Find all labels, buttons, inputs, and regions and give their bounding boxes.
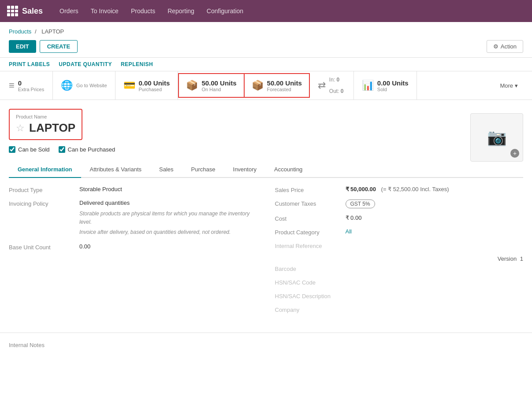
extra-prices-label: Extra Prices (18, 87, 44, 92)
breadcrumb-parent[interactable]: Products (9, 28, 31, 35)
gst-badge[interactable]: GST 5% (346, 200, 375, 208)
stat-units-purchased[interactable]: 💳 0.00 Units Purchased (115, 71, 179, 100)
sold-icon: 📊 (362, 80, 374, 91)
gear-icon: ⚙ (493, 43, 499, 50)
form-right-column: Sales Price ₹ 50,000.00 (= ₹ 52,500.00 I… (275, 186, 524, 319)
internal-reference-row: Internal Reference (275, 242, 524, 249)
on-hand-num: 50.00 Units (201, 79, 236, 87)
replenish-link[interactable]: REPLENISH (121, 61, 153, 67)
version-value: 1 (520, 255, 523, 262)
customer-taxes-row: Customer Taxes GST 5% (275, 200, 524, 208)
hsn-sac-description-row: HSN/SAC Description (275, 292, 524, 299)
cost-value: ₹ 0.00 (346, 214, 524, 221)
customer-taxes-label: Customer Taxes (275, 200, 346, 207)
top-navigation: Sales Orders To Invoice Products Reporti… (0, 0, 532, 22)
product-type-label: Product Type (9, 186, 79, 193)
invoicing-policy-row: Invoicing Policy Delivered quantities St… (9, 200, 257, 237)
cost-label: Cost (275, 214, 346, 222)
tab-purchase[interactable]: Purchase (182, 162, 224, 178)
edit-button[interactable]: EDIT (9, 40, 36, 53)
purchased-label: Purchased (139, 87, 170, 92)
update-quantity-link[interactable]: UPDATE QUANTITY (59, 61, 112, 67)
storable-note-2: Invoice after delivery, based on quantit… (79, 228, 257, 237)
favorite-star-icon[interactable]: ☆ (16, 122, 25, 134)
general-info-content: Product Type Storable Product Invoicing … (9, 186, 523, 319)
sales-price-incl: (= ₹ 52,500.00 Incl. Taxes) (381, 186, 449, 192)
cost-row: Cost ₹ 0.00 (275, 214, 524, 222)
purchased-num: 0.00 Units (139, 79, 170, 87)
product-type-row: Product Type Storable Product (9, 186, 257, 193)
internal-notes-label: Internal Notes (9, 342, 523, 348)
website-label: Go to Website (76, 83, 107, 88)
base-unit-count-row: Base Unit Count 0.00 (9, 243, 257, 251)
tab-inventory[interactable]: Inventory (224, 162, 265, 178)
base-unit-count-label: Base Unit Count (9, 243, 79, 251)
purchase-icon: 💳 (123, 80, 135, 91)
out-label: Out: 0 (329, 88, 344, 94)
base-unit-count-value: 0.00 (79, 243, 257, 250)
stat-go-to-website[interactable]: 🌐 Go to Website (53, 71, 115, 100)
chevron-down-icon: ▾ (515, 82, 518, 89)
in-label: In: 0 (329, 77, 344, 83)
tab-attributes-variants[interactable]: Attributes & Variants (81, 162, 151, 178)
tab-general-information[interactable]: General Information (9, 162, 81, 178)
hsn-sac-code-label: HSN/SAC Code (275, 278, 346, 286)
can-be-purchased-checkbox[interactable]: Can be Purchased (59, 146, 115, 153)
stat-extra-prices[interactable]: ≡ 0 Extra Prices (9, 71, 53, 100)
product-form: Product Name ☆ LAPTOP Can be Sold Can be… (0, 100, 532, 328)
sold-label: Sold (377, 87, 409, 92)
product-title: LAPTOP (29, 121, 75, 135)
print-labels-link[interactable]: PRINT LABELS (9, 61, 50, 67)
barcode-label: Barcode (275, 265, 346, 272)
form-left-column: Product Type Storable Product Invoicing … (9, 186, 257, 319)
sold-num: 0.00 Units (377, 79, 409, 87)
product-type-value: Storable Product (79, 186, 257, 192)
transfer-icon: ⇄ (318, 80, 326, 91)
stat-units-sold[interactable]: 📊 0.00 Units Sold (354, 71, 417, 100)
breadcrumb: Products / LAPTOP (0, 22, 532, 37)
version-label: Version (498, 255, 517, 262)
product-category-label: Product Category (275, 228, 346, 236)
extra-prices-num: 0 (18, 79, 44, 87)
sales-price-label: Sales Price (275, 186, 346, 193)
action-bar-left: EDIT CREATE (9, 40, 78, 53)
action-button[interactable]: ⚙ Action (487, 40, 523, 53)
stat-units-forecasted[interactable]: 📦 50.00 Units Forecasted (245, 73, 310, 98)
tab-accounting[interactable]: Accounting (265, 162, 311, 178)
can-be-sold-checkbox[interactable]: Can be Sold (9, 146, 50, 153)
nav-to-invoice[interactable]: To Invoice (85, 0, 125, 22)
product-image[interactable]: 📷 + (470, 113, 523, 162)
tab-bar: General Information Attributes & Variant… (9, 162, 523, 178)
list-icon: ≡ (9, 80, 15, 91)
tab-sales[interactable]: Sales (150, 162, 182, 178)
secondary-nav: PRINT LABELS UPDATE QUANTITY REPLENISH (0, 57, 532, 71)
sales-price-value: ₹ 50,000.00 (346, 186, 376, 192)
nav-configuration[interactable]: Configuration (201, 0, 249, 22)
stat-units-on-hand[interactable]: 📦 50.00 Units On Hand (178, 73, 244, 98)
sales-price-row: Sales Price ₹ 50,000.00 (= ₹ 52,500.00 I… (275, 186, 524, 193)
brand-label: Sales (22, 7, 43, 16)
create-button[interactable]: CREATE (40, 40, 78, 53)
internal-notes-section: Internal Notes (0, 333, 532, 361)
internal-reference-label: Internal Reference (275, 242, 346, 249)
product-category-value[interactable]: All (346, 228, 352, 235)
nav-reporting[interactable]: Reporting (161, 0, 201, 22)
product-name-label: Product Name (16, 114, 75, 119)
invoicing-policy-value: Delivered quantities (79, 200, 257, 206)
action-bar: EDIT CREATE ⚙ Action (0, 37, 532, 57)
nav-orders[interactable]: Orders (53, 0, 85, 22)
stat-in-out[interactable]: ⇄ In: 0 Out: 0 (310, 71, 354, 100)
breadcrumb-current: LAPTOP (41, 28, 64, 35)
on-hand-label: On Hand (201, 87, 236, 92)
invoicing-policy-label: Invoicing Policy (9, 200, 79, 207)
company-row: Company (275, 306, 524, 313)
app-grid-icon[interactable] (7, 6, 18, 16)
hsn-sac-code-row: HSN/SAC Code (275, 278, 524, 286)
more-button[interactable]: More ▾ (495, 71, 523, 100)
nav-products[interactable]: Products (125, 0, 161, 22)
forecasted-num: 50.00 Units (267, 79, 302, 87)
product-category-row: Product Category All (275, 228, 524, 236)
camera-icon: 📷 (487, 128, 507, 147)
stat-bar: ≡ 0 Extra Prices 🌐 Go to Website 💳 0.00 … (0, 71, 532, 100)
globe-icon: 🌐 (61, 80, 73, 91)
